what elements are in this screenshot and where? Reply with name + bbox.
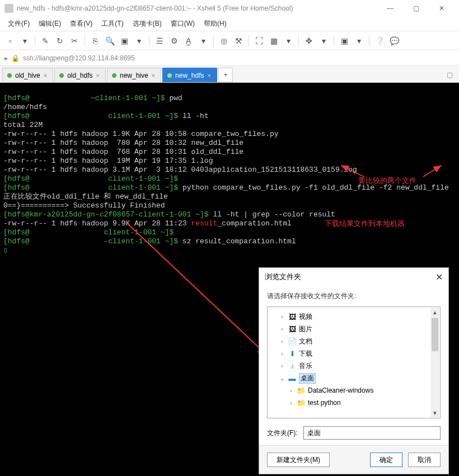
app-icon (4, 4, 13, 13)
separator (334, 35, 334, 46)
terminal-line: 0==}==========> Successfully Finished (3, 201, 456, 210)
dropdown-icon[interactable]: ▾ (133, 35, 144, 46)
tree-item-label: 图片 (299, 324, 312, 334)
folder-icon: ⬇ (288, 349, 297, 358)
close-icon[interactable]: × (152, 72, 155, 79)
annotation-download: 下载结果文件到本地机器 (325, 219, 405, 228)
folder-icon[interactable]: ▣ (339, 35, 350, 46)
chevron-icon[interactable]: › (279, 338, 285, 345)
dialog-titlebar[interactable]: 浏览文件夹 ✕ (259, 268, 448, 286)
fullscreen-icon[interactable]: ⛶ (254, 35, 265, 46)
arrow-icon[interactable]: ✥ (303, 35, 315, 46)
help-icon[interactable]: ❔ (374, 35, 385, 46)
layout-icon[interactable]: ▦ (268, 35, 279, 46)
tab-label: old_hdfs (67, 72, 92, 79)
ok-button[interactable]: 确定 (370, 453, 402, 467)
dropdown-icon[interactable]: ▾ (283, 35, 294, 46)
path-label: 文件夹(F): (267, 428, 298, 438)
edit-icon[interactable]: ✎ (40, 35, 51, 46)
chevron-icon[interactable]: › (279, 326, 285, 332)
menu-window[interactable]: 窗口(W) (167, 18, 198, 30)
new-icon[interactable]: ▫ (4, 35, 16, 46)
tree-item[interactable]: ›♪音乐 (270, 360, 438, 372)
minimize-button[interactable]: — (377, 0, 403, 17)
chevron-icon[interactable]: › (279, 351, 285, 357)
maximize-button[interactable]: ▢ (403, 0, 429, 17)
globe-icon[interactable]: ◎ (218, 35, 230, 46)
close-button[interactable]: ✕ (429, 0, 455, 17)
list-icon[interactable]: ☰ (154, 35, 165, 46)
tab-new_hdfs[interactable]: new_hdfs× (162, 68, 217, 82)
menubar: 文件(F) 编辑(E) 查看(V) 工具(T) 选项卡(B) 窗口(W) 帮助(… (0, 17, 459, 31)
separator (213, 35, 214, 46)
dialog-prompt: 请选择保存接收文件的文件夹: (267, 291, 441, 301)
chevron-icon[interactable]: › (279, 314, 285, 320)
search-icon[interactable]: 🔍 (104, 35, 115, 46)
dropdown-icon[interactable]: ▾ (19, 35, 30, 46)
terminal-line: ▯ (3, 246, 456, 255)
browse-folder-dialog: 浏览文件夹 ✕ 请选择保存接收文件的文件夹: ›🖼视频›🖼图片›📄文档›⬇下载›… (259, 267, 449, 474)
menu-tabs[interactable]: 选项卡(B) (129, 18, 165, 30)
scroll-up-icon[interactable]: ▲ (430, 308, 439, 317)
dropdown-icon[interactable]: ▾ (318, 35, 329, 46)
tab-label: new_hive (120, 72, 148, 79)
tab-old_hive[interactable]: old_hive× (2, 68, 53, 82)
dropdown-icon[interactable]: ▾ (198, 35, 209, 46)
copy-icon[interactable]: ⎘ (90, 35, 101, 46)
new-folder-button[interactable]: 新建文件夹(M) (267, 453, 330, 467)
folder-icon: 📄 (288, 337, 297, 346)
cut-icon[interactable]: ✂ (69, 35, 80, 46)
dialog-close-icon[interactable]: ✕ (435, 272, 443, 282)
chevron-icon[interactable]: › (279, 363, 285, 369)
restore-tab-icon[interactable]: ▢ (442, 68, 457, 82)
scroll-thumb[interactable] (432, 318, 438, 351)
tree-item[interactable]: ⌄▬桌面 (270, 372, 438, 384)
refresh-icon[interactable]: ↻ (54, 35, 65, 46)
chevron-icon[interactable]: › (288, 400, 294, 406)
terminal-line: -rw-r--r-- 1 hdfs hadoop 19M Apr 19 17:3… (3, 157, 456, 166)
tree-item-label: DataCleaner-windows (308, 387, 373, 394)
tab-new_hive[interactable]: new_hive× (107, 68, 161, 82)
arrow-icon[interactable]: ▸ (4, 54, 8, 62)
tree-item[interactable]: ›📁test python (270, 397, 438, 409)
path-input[interactable] (303, 426, 441, 440)
tree-item[interactable]: ›⬇下载 (270, 347, 438, 360)
tab-old_hdfs[interactable]: old_hdfs× (54, 68, 106, 82)
menu-edit[interactable]: 编辑(E) (35, 18, 64, 30)
menu-view[interactable]: 查看(V) (67, 18, 96, 30)
chat-icon[interactable]: 💬 (388, 35, 400, 46)
cancel-button[interactable]: 取消 (408, 453, 441, 467)
close-icon[interactable]: × (96, 72, 100, 79)
add-tab-button[interactable]: + (218, 68, 233, 82)
folder-tree[interactable]: ›🖼视频›🖼图片›📄文档›⬇下载›♪音乐⌄▬桌面›📁DataCleaner-wi… (267, 307, 441, 418)
tool-icon[interactable]: ⚒ (233, 35, 244, 46)
toolbar: ▫ ▾ ✎ ↻ ✂ ⎘ 🔍 ▣ ▾ ☰ ⚙ A̲ ▾ ◎ ⚒ ⛶ ▦ ▾ ✥ ▾… (0, 31, 459, 50)
folder-icon: 🖼 (288, 324, 297, 333)
tree-item[interactable]: ›📁DataCleaner-windows (270, 384, 438, 397)
close-icon[interactable]: × (44, 72, 47, 79)
tree-item[interactable]: ›🖼图片 (270, 323, 438, 335)
font-icon[interactable]: A̲ (183, 35, 194, 46)
chevron-icon[interactable]: ⌄ (279, 375, 285, 381)
terminal-line: /home/hdfs (3, 103, 456, 112)
dropdown-icon[interactable]: ▾ (353, 35, 364, 46)
menu-tools[interactable]: 工具(T) (98, 18, 127, 30)
address-text[interactable]: ssh://liangpeng@120.92.114.84:8695 (23, 54, 135, 62)
terminal-line: -rw-r--r-- 1 hdfs hadoop 768 Apr 28 10:3… (3, 148, 456, 157)
chevron-icon[interactable]: › (288, 388, 294, 394)
close-icon[interactable]: × (207, 72, 210, 79)
terminal-icon[interactable]: ▣ (119, 35, 130, 46)
separator (85, 35, 85, 46)
gear-icon[interactable]: ⚙ (168, 35, 180, 46)
annotation-compare-files: 要比较的两个文件 (358, 176, 416, 185)
menu-file[interactable]: 文件(F) (4, 18, 33, 30)
titlebar: new_hdfs - hdfs@kmr-a20125dd-gn-c2f08657… (0, 0, 459, 17)
scrollbar[interactable]: ▲ ▼ (430, 308, 439, 417)
terminal-line: [hdfs@ client-1-001 ~]$ (3, 228, 456, 237)
scroll-down-icon[interactable]: ▼ (430, 408, 439, 417)
menu-help[interactable]: 帮助(H) (200, 18, 230, 30)
folder-icon: 📁 (297, 398, 306, 407)
tree-item[interactable]: ›🖼视频 (270, 310, 438, 323)
tree-item[interactable]: ›📄文档 (270, 335, 438, 347)
separator (249, 35, 249, 46)
